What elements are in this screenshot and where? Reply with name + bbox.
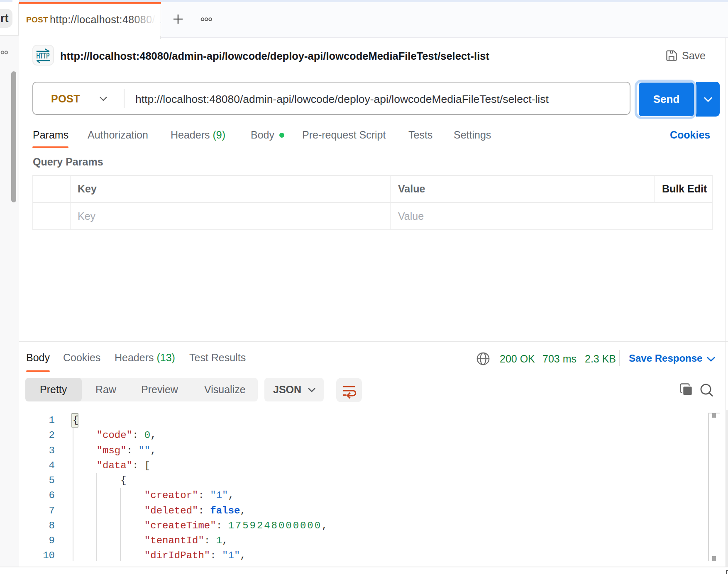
- svg-text:HTTP: HTTP: [37, 51, 50, 60]
